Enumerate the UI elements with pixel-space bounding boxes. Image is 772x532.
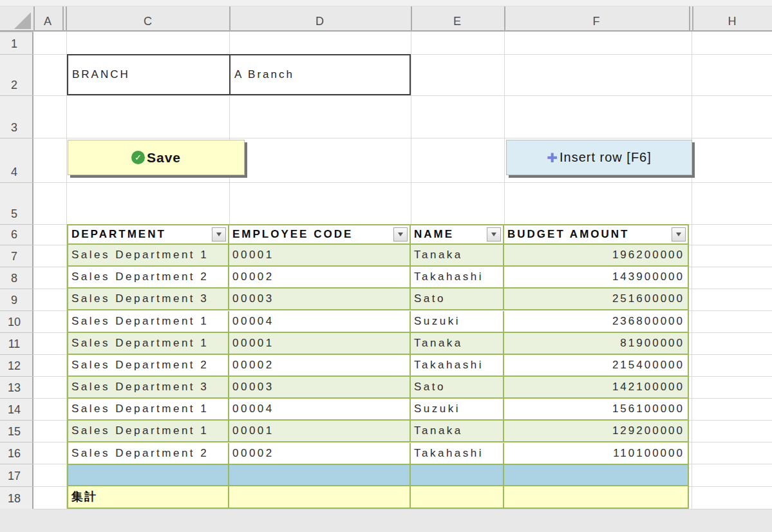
table-cell[interactable]: Tanaka (411, 421, 504, 442)
table-cell[interactable]: Sales Department 1 (68, 333, 229, 355)
row-header-cell[interactable]: 10 (0, 310, 28, 332)
filter-dropdown-button[interactable] (212, 227, 226, 242)
header-gridline (62, 6, 64, 32)
table-cell[interactable]: Sales Department 1 (68, 311, 229, 333)
column-header-cell[interactable]: E (411, 6, 504, 30)
column-header-cell[interactable]: C (67, 6, 229, 30)
table-header-label: EMPLOYEE CODE (232, 228, 353, 241)
table-cell[interactable]: Suzuki (411, 399, 504, 421)
insert-target-row-cell[interactable] (411, 465, 504, 486)
table-cell[interactable]: 110100000 (504, 443, 688, 465)
table-cell[interactable]: 00003 (229, 289, 411, 310)
table-cell[interactable]: 00003 (229, 377, 411, 399)
row-header-cell[interactable]: 18 (0, 486, 28, 509)
table-cell[interactable]: 129200000 (504, 421, 688, 442)
table-cell[interactable]: 00004 (229, 311, 411, 333)
table-cell[interactable]: 142100000 (504, 377, 688, 399)
row-header-gridline (0, 354, 33, 355)
table-cell[interactable]: Sales Department 2 (68, 355, 229, 377)
filter-dropdown-button[interactable] (393, 227, 408, 242)
table-cell[interactable]: Takahashi (411, 267, 504, 289)
row-header-cell[interactable]: 12 (0, 354, 28, 376)
row-header-cell[interactable]: 3 (0, 95, 28, 138)
row-header-gridline (0, 464, 33, 464)
total-row-cell[interactable] (504, 486, 688, 508)
insert-target-row-cell[interactable] (504, 465, 688, 486)
insert-row-button[interactable]: ✚ Insert row [F6] (506, 140, 692, 175)
table-cell[interactable]: Sales Department 3 (68, 377, 229, 399)
row-header-cell[interactable]: 2 (0, 54, 28, 95)
total-row-cell[interactable] (411, 486, 504, 508)
table-header-cell[interactable]: EMPLOYEE CODE (229, 225, 411, 245)
column-header-cell[interactable]: D (229, 6, 411, 30)
row-header-cell[interactable]: 7 (0, 245, 28, 267)
row-header-gridline (0, 442, 33, 442)
table-cell[interactable]: 00004 (229, 399, 411, 421)
table-cell[interactable]: 251600000 (504, 289, 688, 310)
filter-dropdown-button[interactable] (672, 227, 686, 242)
branch-value: A Branch (234, 68, 294, 81)
save-button[interactable]: ✓ Save (68, 140, 245, 175)
insert-target-row-cell[interactable] (68, 465, 229, 486)
table-cell[interactable]: Tanaka (411, 333, 504, 355)
table-cell[interactable]: 00002 (229, 443, 411, 465)
select-all-icon[interactable] (14, 12, 31, 29)
column-header-cell[interactable]: A (33, 6, 62, 30)
gridline-vertical (692, 32, 692, 509)
row-header-cell[interactable]: 8 (0, 267, 28, 289)
table-cell[interactable]: Sato (411, 377, 504, 399)
table-cell[interactable]: Tanaka (411, 245, 504, 267)
total-row-label-cell[interactable]: 集計 (68, 486, 229, 508)
row-header-cell[interactable]: 17 (0, 464, 28, 486)
row-header-cell[interactable]: 1 (0, 32, 28, 54)
table-cell[interactable]: Sales Department 3 (68, 289, 229, 310)
top-frame (0, 0, 772, 6)
branch-label-cell[interactable]: BRANCH (68, 55, 231, 94)
row-header-gridline (0, 245, 33, 245)
table-header-cell[interactable]: DEPARTMENT (68, 225, 229, 245)
table-cell[interactable]: Sales Department 1 (68, 399, 229, 421)
branch-value-cell[interactable]: A Branch (231, 55, 410, 94)
table-cell[interactable]: 156100000 (504, 399, 688, 421)
table-header-cell[interactable]: NAME (411, 225, 504, 245)
table-cell[interactable]: 00001 (229, 421, 411, 442)
gridline-horizontal (33, 182, 772, 183)
table-cell[interactable]: Suzuki (411, 311, 504, 333)
table-cell[interactable]: Sales Department 1 (68, 421, 229, 442)
header-gridline (229, 6, 231, 32)
row-header-cell[interactable]: 4 (0, 138, 28, 182)
table-cell[interactable]: Takahashi (411, 443, 504, 465)
row-header-gridline (0, 398, 33, 399)
row-header-gridline (0, 54, 33, 55)
table-cell[interactable]: 196200000 (504, 245, 688, 267)
row-header-cell[interactable]: 16 (0, 442, 28, 464)
table-cell[interactable]: 00002 (229, 267, 411, 289)
filter-dropdown-button[interactable] (487, 227, 501, 242)
table-cell[interactable]: 00002 (229, 355, 411, 377)
header-gridline (411, 6, 412, 32)
table-cell[interactable]: 236800000 (504, 311, 688, 333)
row-header-cell[interactable]: 14 (0, 398, 28, 420)
row-header-cell[interactable]: 5 (0, 182, 28, 224)
table-cell[interactable]: Sales Department 2 (68, 443, 229, 465)
table-cell[interactable]: Sato (411, 289, 504, 310)
row-header-cell[interactable]: 6 (0, 224, 28, 245)
table-cell[interactable]: Sales Department 2 (68, 267, 229, 289)
table-cell[interactable]: 215400000 (504, 355, 688, 377)
table-cell[interactable]: 81900000 (504, 333, 688, 355)
column-header-cell[interactable]: F (504, 6, 689, 30)
row-header-cell[interactable]: 15 (0, 420, 28, 442)
total-row-cell[interactable] (229, 486, 411, 508)
row-header-cell[interactable]: 13 (0, 376, 28, 398)
table-cell[interactable]: Takahashi (411, 355, 504, 377)
table-cell[interactable]: 00001 (229, 333, 411, 355)
table-cell[interactable]: 143900000 (504, 267, 688, 289)
table-header-cell[interactable]: BUDGET AMOUNT (504, 225, 688, 245)
column-header-cell[interactable]: H (693, 6, 772, 30)
insert-target-row-cell[interactable] (229, 465, 411, 486)
table-header-label: DEPARTMENT (71, 228, 166, 241)
table-cell[interactable]: 00001 (229, 245, 411, 267)
row-header-cell[interactable]: 9 (0, 289, 28, 310)
table-cell[interactable]: Sales Department 1 (68, 245, 229, 267)
row-header-cell[interactable]: 11 (0, 332, 28, 354)
